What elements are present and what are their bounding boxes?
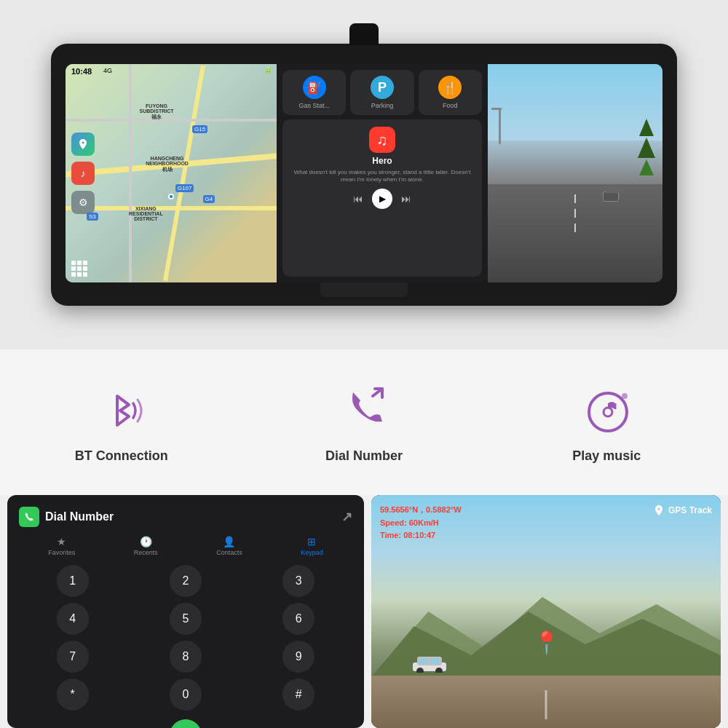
- feature-dial: Dial Number: [242, 381, 485, 464]
- dial-key-5[interactable]: 5: [170, 603, 202, 635]
- dial-key-1[interactable]: 1: [57, 565, 89, 597]
- gas-station-label: Gas Stat...: [298, 102, 330, 109]
- dial-key-0[interactable]: 0: [170, 678, 202, 711]
- dial-header-phone-icon: [19, 507, 39, 527]
- gps-speed: Speed: 60Km/H: [380, 517, 462, 530]
- device-section: 10:48 4G 🔋 ♪ ⚙ FUYONGSUB: [0, 0, 728, 349]
- favorites-label: Favorites: [48, 549, 75, 556]
- map-road-label-s3: S3: [87, 213, 98, 221]
- device-camera: [349, 23, 379, 45]
- bluetooth-icon: [92, 381, 151, 440]
- contacts-label: Contacts: [216, 549, 242, 556]
- bottom-section: Dial Number ↗ ★ Favorites 🕐 Recents 👤 Co…: [0, 495, 728, 728]
- screen-left-map[interactable]: 10:48 4G 🔋 ♪ ⚙ FUYONGSUB: [66, 64, 277, 282]
- dashcam-background: [488, 64, 662, 282]
- carplay-food-btn[interactable]: 🍴 Food: [419, 70, 482, 115]
- bluetooth-icon-wrap: [92, 381, 151, 440]
- dial-key-9[interactable]: 9: [282, 641, 314, 673]
- dashcam-vehicle: [603, 191, 619, 202]
- dial-keypad: 1 2 3 4 5 6 7 8 9 * 0 #: [19, 565, 352, 711]
- device-base: [291, 297, 437, 304]
- gas-station-icon: ⛽: [303, 76, 326, 99]
- dial-key-8[interactable]: 8: [170, 641, 202, 673]
- map-grid-icon[interactable]: [71, 261, 87, 277]
- device-outer: 10:48 4G 🔋 ♪ ⚙ FUYONGSUB: [51, 44, 677, 306]
- gps-info-overlay: 59.5656°N，0.5882°W Speed: 60Km/H Time: 0…: [380, 504, 462, 542]
- map-signal: 4G: [103, 67, 112, 74]
- map-road-label-g4: G4: [203, 195, 215, 203]
- dashcam-road: [488, 184, 662, 282]
- map-time: 10:48: [71, 67, 92, 76]
- dial-key-2[interactable]: 2: [170, 565, 202, 597]
- carplay-parking-btn[interactable]: P Parking: [350, 70, 414, 115]
- music-icon: [577, 381, 636, 440]
- music-lyrics: What doesn't kill you makes you stronger…: [290, 169, 475, 184]
- dial-label: Dial Number: [325, 448, 403, 464]
- recents-label: Recents: [134, 549, 158, 556]
- dial-tab-recents[interactable]: 🕐 Recents: [134, 536, 158, 556]
- gps-track-text: GPS Track: [668, 505, 712, 515]
- parking-label: Parking: [371, 102, 394, 109]
- carplay-gas-station-btn[interactable]: ⛽ Gas Stat...: [282, 70, 346, 115]
- dial-key-star[interactable]: *: [57, 678, 89, 711]
- map-road-label-g107: G107: [175, 184, 194, 192]
- fast-forward-button[interactable]: ⏭: [401, 193, 411, 205]
- rewind-button[interactable]: ⏮: [353, 193, 363, 205]
- dial-key-7[interactable]: 7: [57, 641, 89, 673]
- dial-key-hash[interactable]: #: [282, 678, 314, 711]
- svg-rect-12: [419, 658, 427, 664]
- feature-music: Play music: [486, 381, 728, 464]
- dial-close-icon[interactable]: ↗: [341, 509, 352, 525]
- svg-point-5: [622, 393, 628, 399]
- maps-icon[interactable]: [71, 132, 95, 156]
- gps-panel: 📍 59.5656°N，0.5882°W Speed: 60Km/H Time:…: [371, 495, 721, 728]
- recents-icon: 🕐: [140, 536, 152, 547]
- dial-header: Dial Number ↗: [19, 507, 352, 527]
- map-label-hangcheng: HANGCHENGNEIGHBORHOOD机场: [146, 156, 189, 173]
- settings-app-icon[interactable]: ⚙: [71, 191, 95, 214]
- svg-rect-13: [430, 658, 439, 664]
- music-app-icon: ♫: [369, 127, 395, 153]
- bluetooth-label: BT Connection: [75, 448, 168, 464]
- music-label: Play music: [572, 448, 641, 464]
- gps-road-surface: [371, 676, 721, 728]
- map-label-fuyong: FUYONGSUBDISTRICT福永: [140, 103, 174, 121]
- map-location-dot: [168, 194, 174, 199]
- dial-panel: Dial Number ↗ ★ Favorites 🕐 Recents 👤 Co…: [7, 495, 364, 728]
- dial-key-3[interactable]: 3: [282, 565, 314, 597]
- gps-car: [411, 652, 448, 676]
- gps-time: Time: 08:10:47: [380, 529, 462, 542]
- gps-road-marking: [545, 690, 547, 719]
- map-battery-icon: 🔋: [264, 67, 272, 74]
- dashcam-trees: [638, 119, 655, 175]
- food-label: Food: [443, 102, 458, 109]
- dial-tab-favorites[interactable]: ★ Favorites: [48, 536, 75, 556]
- dial-tabs: ★ Favorites 🕐 Recents 👤 Contacts ⊞ Keypa…: [19, 533, 352, 559]
- dial-tab-contacts[interactable]: 👤 Contacts: [216, 536, 242, 556]
- music-app-icon[interactable]: ♪: [71, 162, 95, 185]
- dial-key-6[interactable]: 6: [282, 603, 314, 635]
- features-section: BT Connection Dial Number: [0, 349, 728, 495]
- phone-icon: [335, 381, 393, 440]
- dial-key-4[interactable]: 4: [57, 603, 89, 635]
- carplay-top-row: ⛽ Gas Stat... P Parking 🍴 Food: [282, 70, 482, 115]
- svg-point-2: [589, 393, 627, 431]
- food-icon: 🍴: [438, 76, 462, 99]
- svg-line-0: [117, 396, 129, 405]
- map-app-icons: ♪ ⚙: [71, 132, 95, 214]
- call-button-row: [19, 719, 352, 728]
- gps-background: 📍 59.5656°N，0.5882°W Speed: 60Km/H Time:…: [371, 495, 721, 728]
- dial-tab-keypad[interactable]: ⊞ Keypad: [301, 536, 323, 556]
- gps-coords: 59.5656°N，0.5882°W: [380, 504, 462, 517]
- play-button[interactable]: ▶: [372, 189, 392, 209]
- device-screen: 10:48 4G 🔋 ♪ ⚙ FUYONGSUB: [66, 64, 662, 282]
- music-controls: ⏮ ▶ ⏭: [353, 189, 411, 209]
- screen-right-dashcam: [488, 64, 662, 282]
- call-button[interactable]: [170, 719, 202, 728]
- device-stand: [320, 282, 408, 297]
- carplay-music-widget[interactable]: ♫ Hero What doesn't kill you makes you s…: [282, 119, 482, 277]
- favorites-icon: ★: [57, 536, 66, 547]
- dashcam-streetlight-post: [499, 108, 501, 144]
- map-label-xixiang: XIXIANGRESIDENTIALDISTRICT: [129, 206, 163, 221]
- keypad-icon: ⊞: [307, 536, 316, 547]
